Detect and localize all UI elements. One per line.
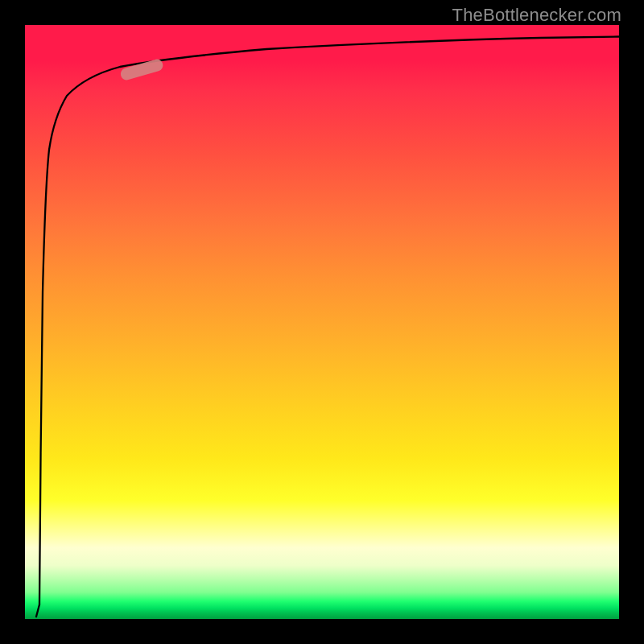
bottleneck-curve (25, 25, 619, 619)
chart-frame: TheBottlenecker.com (0, 0, 644, 644)
curve-main (39, 37, 619, 605)
curve-marker (119, 58, 164, 81)
plot-area (25, 25, 619, 619)
svg-rect-0 (119, 58, 164, 81)
curve-initial-spike (36, 605, 39, 617)
watermark-text: TheBottlenecker.com (452, 5, 621, 26)
